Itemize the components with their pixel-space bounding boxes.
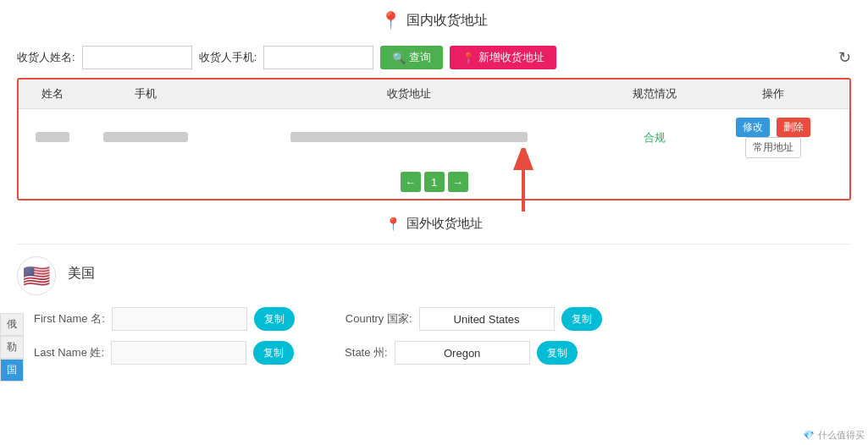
edit-button[interactable]: 修改	[736, 118, 770, 137]
pagination: ← 1 →	[19, 167, 849, 199]
state-value: Oregon	[395, 341, 530, 365]
first-name-label: First Name 名:	[34, 311, 105, 327]
col-header-phone: 手机	[86, 80, 205, 109]
cell-name	[19, 109, 86, 168]
col-header-address: 收货地址	[205, 80, 612, 109]
cell-address	[205, 109, 612, 168]
domestic-table-wrapper: 姓名 手机 收货地址 规范情况 操作	[17, 78, 851, 201]
domestic-section-header: 📍 国内收货地址	[0, 0, 868, 39]
watermark-text: 什么值得买	[818, 429, 865, 442]
phone-label: 收货人手机:	[199, 50, 257, 65]
copy-firstname-button[interactable]: 复制	[254, 307, 295, 331]
foreign-section-header: 📍 国外收货地址	[0, 207, 868, 240]
cell-actions: 修改 删除 常用地址	[697, 109, 849, 168]
last-name-input[interactable]	[111, 341, 246, 365]
copy-state-button[interactable]: 复制	[537, 341, 578, 365]
watermark: 💎 什么值得买	[803, 429, 865, 442]
next-page-button[interactable]: →	[448, 172, 468, 192]
add-address-button[interactable]: 📍 新增收货地址	[450, 46, 556, 69]
domestic-pin-icon: 📍	[380, 10, 401, 30]
country-name: 美国	[68, 265, 95, 283]
domestic-title: 国内收货地址	[406, 12, 488, 30]
col-header-action: 操作	[697, 80, 849, 109]
side-tab-0[interactable]: 俄	[0, 313, 24, 336]
phone-input[interactable]	[263, 46, 373, 69]
name-blurred	[36, 132, 69, 142]
country-label: Country 国家:	[346, 311, 412, 327]
section-divider	[17, 244, 851, 244]
table-row: 合规 修改 删除 常用地址	[19, 109, 849, 168]
phone-blurred	[103, 132, 188, 142]
country-flag: 🇺🇸	[17, 256, 56, 295]
state-field: State 州: Oregon 复制	[345, 341, 578, 365]
country-block: 🇺🇸 美国	[0, 248, 868, 304]
foreign-pin-icon: 📍	[385, 217, 401, 232]
form-row-2: Last Name 姓: 复制 State 州: Oregon 复制	[34, 341, 868, 365]
page-wrapper: 📍 国内收货地址 收货人姓名: 收货人手机: 🔍 查询 📍 新增收货地址 ↻ 姓…	[0, 0, 868, 445]
last-name-field: Last Name 姓: 复制	[34, 341, 294, 365]
first-name-field: First Name 名: 复制	[34, 307, 295, 331]
state-label: State 州:	[345, 345, 388, 360]
search-icon: 🔍	[392, 52, 406, 64]
form-row-1: First Name 名: 复制 Country 国家: United Stat…	[34, 307, 868, 331]
country-field: Country 国家: United States 复制	[346, 307, 602, 331]
refresh-icon: ↻	[838, 49, 851, 66]
col-header-name: 姓名	[19, 80, 86, 109]
last-name-label: Last Name 姓:	[34, 345, 104, 360]
foreign-title: 国外收货地址	[406, 216, 483, 232]
foreign-form: First Name 名: 复制 Country 国家: United Stat…	[34, 304, 868, 365]
query-button[interactable]: 🔍 查询	[380, 46, 443, 69]
copy-lastname-button[interactable]: 复制	[253, 341, 294, 365]
add-pin-icon: 📍	[462, 52, 475, 64]
side-tab-1[interactable]: 勒	[0, 336, 24, 359]
name-label: 收货人姓名:	[17, 50, 75, 65]
col-header-status: 规范情况	[612, 80, 697, 109]
search-bar: 收货人姓名: 收货人手机: 🔍 查询 📍 新增收货地址 ↻	[0, 39, 868, 78]
side-tab-2[interactable]: 国	[0, 359, 24, 382]
side-tabs: 俄 勒 国	[0, 313, 24, 382]
cell-status: 合规	[612, 109, 697, 168]
status-ok-text: 合规	[644, 131, 666, 144]
country-value: United States	[419, 307, 555, 331]
delete-button[interactable]: 删除	[777, 118, 810, 137]
table-header: 姓名 手机 收货地址 规范情况 操作	[19, 80, 849, 109]
name-input[interactable]	[82, 46, 192, 69]
domestic-address-table: 姓名 手机 收货地址 规范情况 操作	[19, 80, 849, 167]
address-blurred	[290, 132, 528, 142]
prev-page-button[interactable]: ←	[401, 172, 421, 192]
refresh-button[interactable]: ↻	[838, 48, 851, 67]
cell-phone	[86, 109, 205, 168]
current-page-button[interactable]: 1	[424, 172, 445, 192]
watermark-icon: 💎	[803, 430, 815, 441]
default-addr-button[interactable]: 常用地址	[745, 137, 801, 158]
copy-country-button[interactable]: 复制	[561, 307, 602, 331]
foreign-section: 📍 国外收货地址 🇺🇸 美国 First Name 名: 复制 Count	[0, 207, 868, 365]
first-name-input[interactable]	[112, 307, 247, 331]
